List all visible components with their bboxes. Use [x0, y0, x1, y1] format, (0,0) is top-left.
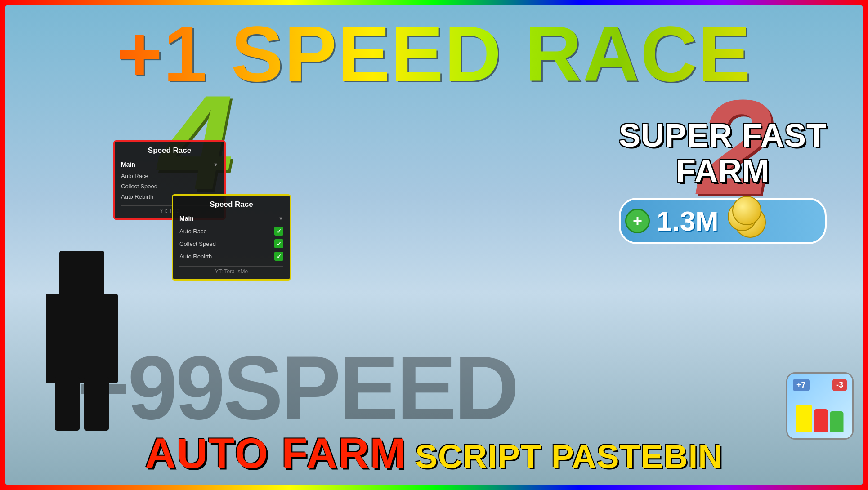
- panel-yellow-title: Speed Race: [179, 200, 283, 211]
- checkbox-collect-speed[interactable]: ✓: [274, 239, 283, 248]
- panel-red-item-1[interactable]: Auto Race: [121, 171, 218, 181]
- panel-yellow-item-3[interactable]: Auto Rebirth ✓: [179, 250, 283, 263]
- character-figure: [32, 251, 131, 422]
- panel-yellow: Speed Race Main ▼ Auto Race ✓ Collect Sp…: [172, 194, 291, 281]
- char-head: [59, 251, 104, 296]
- panel-yellow-section-label: Main: [179, 215, 194, 222]
- icon-badge-minus: -3: [832, 379, 847, 391]
- title-container: +1 SPEED RACE: [5, 14, 863, 93]
- super-fast-label: SUPER FAST: [619, 118, 827, 153]
- bottom-text-container: AUTO FARM SCRIPT PASTEBIN: [5, 429, 863, 478]
- panel-red-section-label: Main: [121, 161, 135, 168]
- game-icon-inner: +7 -3: [787, 374, 852, 438]
- script-pastebin-text: SCRIPT PASTEBIN: [415, 437, 723, 475]
- game-icon: +7 -3: [786, 372, 854, 440]
- plus-button[interactable]: +: [625, 209, 650, 233]
- panel-red-title: Speed Race: [121, 146, 218, 157]
- checkbox-auto-race[interactable]: ✓: [274, 227, 283, 236]
- dropdown-arrow-yellow-icon: ▼: [278, 216, 283, 221]
- background-speed-text: +99SPEED: [77, 336, 517, 440]
- dropdown-arrow-icon: ▼: [213, 162, 218, 167]
- inner-background: 4 2 Speed +99SPEED +1 SPEED RACE Speed R…: [5, 5, 863, 485]
- char-leg-right: [84, 377, 109, 431]
- char-body: [46, 294, 118, 383]
- coin-counter: + 1.3M: [619, 198, 827, 244]
- icon-figure: [796, 405, 844, 432]
- panel-yellow-item-1[interactable]: Auto Race ✓: [179, 225, 283, 237]
- panel-yellow-section: Main ▼: [179, 215, 283, 222]
- icon-person-green: [830, 411, 844, 432]
- panel-red-item-2[interactable]: Collect Speed: [121, 181, 218, 192]
- coin-amount: 1.3M: [657, 205, 719, 237]
- panel-red-item-2-label: Collect Speed: [121, 183, 157, 190]
- panel-yellow-item-1-label: Auto Race: [179, 228, 207, 235]
- panel-yellow-item-2-label: Collect Speed: [179, 241, 216, 247]
- panel-red-item-3-label: Auto Rebirth: [121, 193, 153, 200]
- auto-farm-text: AUTO FARM: [145, 429, 407, 477]
- main-title: +1 SPEED RACE: [5, 14, 863, 93]
- panel-red-section: Main ▼: [121, 161, 218, 168]
- rainbow-border: 4 2 Speed +99SPEED +1 SPEED RACE Speed R…: [0, 0, 868, 490]
- icon-person-yellow: [796, 405, 812, 432]
- panel-yellow-footer: YT: Tora IsMe: [179, 266, 283, 275]
- farm-label: FARM: [619, 153, 827, 189]
- panel-yellow-item-2[interactable]: Collect Speed ✓: [179, 237, 283, 250]
- panel-yellow-item-3-label: Auto Rebirth: [179, 253, 212, 260]
- icon-badge-plus: +7: [793, 379, 810, 391]
- panel-red-item-1-label: Auto Race: [121, 173, 148, 179]
- coin-3: [732, 196, 761, 225]
- char-leg-left: [55, 377, 80, 431]
- coin-stack: [725, 204, 766, 238]
- icon-person-red: [814, 409, 828, 432]
- checkbox-auto-rebirth[interactable]: ✓: [274, 252, 283, 261]
- right-content: SUPER FAST FARM + 1.3M: [619, 118, 827, 244]
